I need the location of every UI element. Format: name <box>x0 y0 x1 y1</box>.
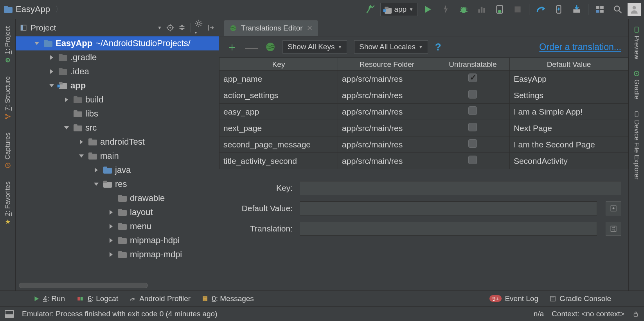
tool-event-log[interactable]: 9+ Event Log <box>489 294 538 303</box>
attach-debugger-button[interactable] <box>491 1 508 18</box>
cell-default[interactable]: SecondActivity <box>509 153 628 169</box>
cell-key[interactable]: app_name <box>219 71 338 87</box>
cell-default[interactable]: I am a Simple App! <box>509 104 628 120</box>
gear-icon[interactable]: ▾ <box>194 19 203 36</box>
tree-node-libs[interactable]: libs <box>16 107 219 121</box>
cell-folder[interactable]: app/src/main/res <box>338 153 436 169</box>
table-row[interactable]: title_activity_secondapp/src/main/resSec… <box>219 153 628 169</box>
collapse-all-button[interactable] <box>178 23 186 32</box>
sdk-manager-button[interactable] <box>568 1 585 18</box>
status-window-icon[interactable] <box>5 310 14 318</box>
close-icon[interactable]: ✕ <box>307 24 313 32</box>
apply-changes-button[interactable] <box>437 1 454 18</box>
tree-node-idea[interactable]: .idea <box>16 65 219 79</box>
browse-default-button[interactable] <box>606 201 621 215</box>
chevron-down-icon[interactable]: ▼ <box>157 25 162 30</box>
avd-manager-button[interactable] <box>550 1 567 18</box>
cell-untranslatable[interactable] <box>436 136 509 153</box>
cell-key[interactable]: second_page_message <box>219 136 338 153</box>
checkbox[interactable] <box>468 139 477 148</box>
tool-run[interactable]: 4: Run <box>33 294 65 303</box>
tree-node-gradle[interactable]: .gradle <box>16 50 219 65</box>
tree-node-layout[interactable]: layout <box>16 205 219 219</box>
cell-folder[interactable]: app/src/main/res <box>338 104 436 120</box>
cell-default[interactable]: Next Page <box>509 120 628 136</box>
stop-button[interactable] <box>509 1 526 18</box>
cell-folder[interactable]: app/src/main/res <box>338 87 436 104</box>
tool-captures[interactable]: Captures <box>4 133 12 169</box>
status-context[interactable]: Context: <no context> <box>552 310 624 318</box>
th-key[interactable]: Key <box>219 58 338 71</box>
tree-node-drawable[interactable]: drawable <box>16 191 219 205</box>
tool-profiler[interactable]: Android Profiler <box>129 294 191 303</box>
tool-project[interactable]: 11: Project: Project <box>4 26 12 64</box>
tree-node-build[interactable]: build <box>16 93 219 107</box>
breadcrumb[interactable]: EasyApp 〉 <box>3 3 67 16</box>
search-everywhere-button[interactable] <box>610 1 626 18</box>
tree-node-androidtest[interactable]: androidTest <box>16 135 219 149</box>
cell-untranslatable[interactable] <box>436 120 509 136</box>
cell-untranslatable[interactable] <box>436 71 509 87</box>
checkbox[interactable] <box>468 106 477 115</box>
project-view-selector[interactable]: Project <box>20 23 56 32</box>
horizontal-scrollbar[interactable] <box>19 283 148 288</box>
table-row[interactable]: second_page_messageapp/src/main/resI am … <box>219 136 628 153</box>
tool-device-explorer[interactable]: Device File Explorer <box>633 111 640 179</box>
cell-key[interactable]: action_settings <box>219 87 338 104</box>
cell-folder[interactable]: app/src/main/res <box>338 120 436 136</box>
checkbox[interactable] <box>468 74 477 82</box>
order-translation-link[interactable]: Order a translation... <box>539 42 621 52</box>
table-row[interactable]: app_nameapp/src/main/resEasyApp <box>219 71 628 87</box>
run-configuration-selector[interactable]: app ▼ <box>380 3 418 16</box>
cell-untranslatable[interactable] <box>436 153 509 169</box>
checkbox[interactable] <box>468 123 477 131</box>
tab-translations-editor[interactable]: Translations Editor ✕ <box>224 20 318 36</box>
tool-gradle[interactable]: Gradle <box>633 70 640 99</box>
cell-default[interactable]: Settings <box>509 87 628 104</box>
tree-node-src[interactable]: src <box>16 121 219 135</box>
cell-untranslatable[interactable] <box>436 104 509 120</box>
tree-node-menu[interactable]: menu <box>16 219 219 233</box>
checkbox[interactable] <box>468 156 477 164</box>
show-locales-dropdown[interactable]: Show All Locales ▼ <box>354 40 428 54</box>
cell-default[interactable]: EasyApp <box>509 71 628 87</box>
tree-node-mipmap-mdpi[interactable]: mipmap-mdpi <box>16 247 219 262</box>
remove-key-button[interactable]: — <box>245 40 258 54</box>
cell-key[interactable]: next_page <box>219 120 338 136</box>
cell-folder[interactable]: app/src/main/res <box>338 71 436 87</box>
project-structure-button[interactable] <box>592 1 608 18</box>
table-row[interactable]: easy_appapp/src/main/resI am a Simple Ap… <box>219 104 628 120</box>
add-locale-button[interactable] <box>265 42 275 52</box>
locate-button[interactable] <box>166 23 174 32</box>
tool-gradle-console[interactable]: Gradle Console <box>549 294 611 303</box>
cell-untranslatable[interactable] <box>436 87 509 104</box>
tool-logcat[interactable]: 6: Logcat <box>76 294 118 303</box>
cell-key[interactable]: title_activity_second <box>219 153 338 169</box>
sync-gradle-button[interactable] <box>532 1 549 18</box>
cell-default[interactable]: I am the Second Page <box>509 136 628 153</box>
translation-input[interactable] <box>300 222 597 236</box>
default-value-input[interactable] <box>300 201 597 215</box>
debug-button[interactable] <box>455 1 472 18</box>
cell-key[interactable]: easy_app <box>219 104 338 120</box>
tree-node-java[interactable]: java <box>16 163 219 177</box>
user-icon[interactable] <box>628 3 641 16</box>
add-key-button[interactable]: ＋ <box>226 41 238 53</box>
run-button[interactable] <box>419 1 436 18</box>
table-row[interactable]: next_pageapp/src/main/resNext Page <box>219 120 628 136</box>
th-folder[interactable]: Resource Folder <box>338 58 436 71</box>
th-default[interactable]: Default Value <box>509 58 628 71</box>
show-keys-dropdown[interactable]: Show All Keys ▼ <box>282 40 347 54</box>
project-tree[interactable]: EasyApp ~/AndroidStudioProjects/ .gradle… <box>16 36 219 291</box>
make-project-button[interactable] <box>362 1 379 18</box>
tool-preview[interactable]: Preview <box>633 26 640 59</box>
cell-folder[interactable]: app/src/main/res <box>338 136 436 153</box>
key-input[interactable] <box>300 181 621 195</box>
tree-node-app[interactable]: app <box>16 79 219 93</box>
translations-table[interactable]: Key Resource Folder Untranslatable Defau… <box>219 58 628 169</box>
browse-translation-button[interactable] <box>606 222 621 236</box>
tree-node-mipmap-hdpi[interactable]: mipmap-hdpi <box>16 233 219 247</box>
lock-icon[interactable] <box>632 310 639 317</box>
tool-structure[interactable]: 7: Structure <box>4 76 12 120</box>
help-button[interactable]: ? <box>435 41 441 53</box>
